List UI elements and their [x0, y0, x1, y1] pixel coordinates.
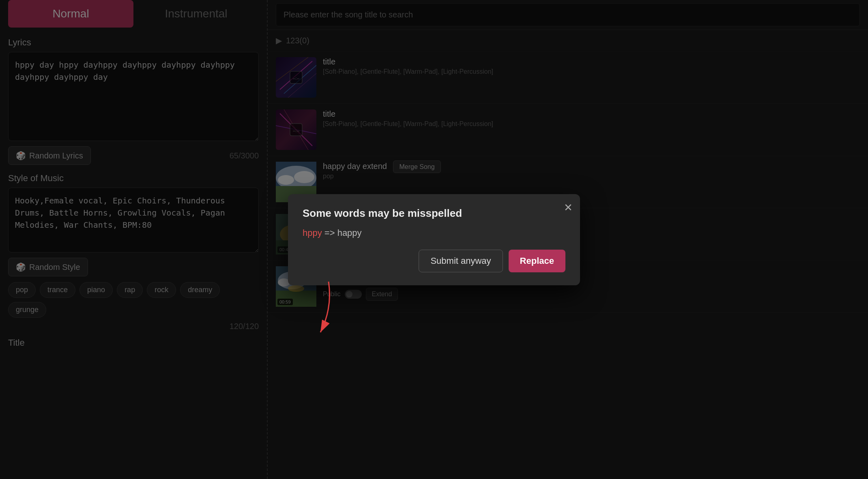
misspelled-word: hppy [303, 228, 322, 238]
misspell-text: hppy => happy [303, 228, 565, 238]
modal-overlay: ✕ Some words may be misspelled hppy => h… [0, 0, 868, 479]
replace-button[interactable]: Replace [509, 250, 565, 272]
submit-anyway-button[interactable]: Submit anyway [419, 250, 503, 272]
modal-actions: Submit anyway Replace [303, 250, 565, 272]
spell-check-modal: ✕ Some words may be misspelled hppy => h… [288, 194, 580, 285]
modal-close-button[interactable]: ✕ [564, 201, 573, 214]
misspell-arrow: => happy [324, 228, 362, 238]
modal-title: Some words may be misspelled [303, 207, 565, 220]
